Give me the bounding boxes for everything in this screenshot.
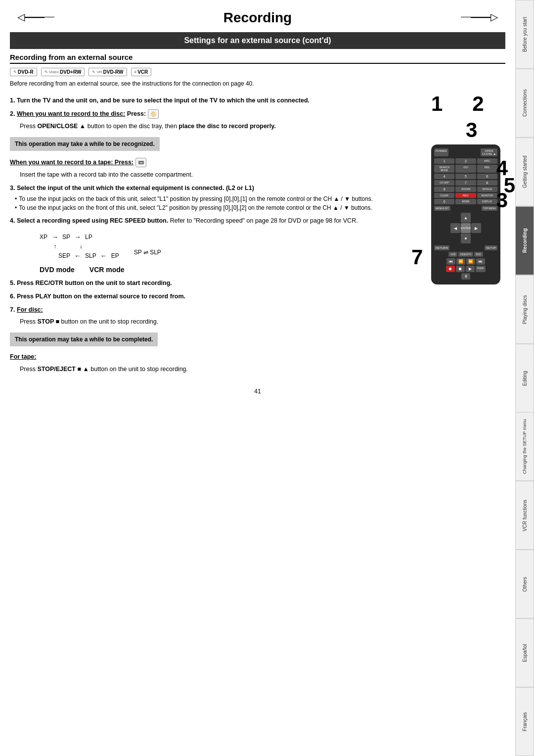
remote-btn-rew[interactable]: ⏪ [456, 258, 465, 265]
sidebar-tab-others[interactable]: Others [515, 550, 534, 618]
section-header: Settings for an external source (cont'd) [10, 32, 505, 49]
dpad-blank-tr [471, 213, 481, 223]
sidebar-tab-connections[interactable]: Connections [515, 69, 534, 138]
dpad-up[interactable]: ▲ [461, 213, 471, 223]
remote-illustration: POWER OPENCLOSE ▲ 1 2 ARC SEARCH MODE GO… [431, 144, 500, 284]
large-num-1: 1 [431, 92, 443, 116]
remote-power-btn[interactable]: POWER [434, 148, 448, 156]
dpad-left[interactable]: ◀ [450, 223, 460, 233]
sidebar-tab-before-you-start[interactable]: Before you start [515, 0, 534, 69]
dpad-blank-bl [450, 234, 460, 243]
disc-badges: ✎ DVD-R ✎ Video DVD+RW ✎ VR DVD-RW ≡ VCR [10, 68, 505, 76]
remote-btn-space[interactable]: SPACE [477, 187, 497, 192]
disc-badge-dvdr: ✎ DVD-R [10, 68, 37, 76]
step-5: 5. Press REC/OTR button on the unit to s… [10, 279, 421, 288]
speed-row-dvd: XP → SP → LP [40, 233, 421, 241]
remote-btn-display[interactable]: DISPLAY [477, 199, 497, 204]
sidebar-tab-changing-setup[interactable]: Changing the SETUP menu [515, 412, 534, 481]
remote-btn-vcr[interactable]: VCR [448, 252, 457, 257]
subsection-header: Recording from an external source [10, 53, 505, 64]
remote-btn-1[interactable]: 1 [434, 158, 454, 164]
step-4: 4. Select a recording speed using REC SP… [10, 216, 421, 226]
sidebar-tab-francais[interactable]: Français [515, 687, 534, 756]
step-2-sub: Press OPEN/CLOSE ▲ button to open the di… [20, 122, 421, 131]
sidebar-tab-getting-started[interactable]: Getting started [515, 138, 534, 206]
remote-btn-rec[interactable]: REC [455, 193, 476, 198]
remote-btn-monitor[interactable]: MONITOR [477, 193, 497, 198]
remote-btn-return[interactable]: RETURN [434, 245, 449, 250]
step-2: 2. When you want to record to the disc: … [10, 109, 421, 180]
tape-press-icon: 📼 [135, 158, 146, 167]
large-num-3b: 3 [496, 189, 508, 212]
bullet-l1: To use the input jacks on the back of th… [15, 194, 421, 203]
remote-btn-8[interactable]: 8 [477, 180, 497, 186]
dpad-enter[interactable]: ENTER [461, 223, 471, 233]
disc-press-icon: 📀 [148, 109, 159, 119]
remote-btn-7[interactable]: 7 [455, 180, 476, 186]
remote-btn-mode[interactable]: MODE [455, 199, 476, 204]
sidebar-tab-playing-discs[interactable]: Playing discs [515, 275, 534, 344]
remote-btn-play[interactable]: ▶ [466, 266, 475, 272]
remote-btn-9[interactable]: 9 [434, 187, 454, 192]
remote-btn-fwd[interactable]: FWD [476, 266, 486, 272]
remote-btn-arc[interactable]: ARC [477, 158, 497, 164]
bullet-l2: To use the input jacks on the front of t… [15, 203, 421, 212]
step-7-tape: Press STOP/EJECT ■ ▲ button on the unit … [20, 365, 421, 374]
main-content: ◁—— Recording ——▷ Settings for an extern… [0, 0, 515, 405]
sidebar-tab-editing[interactable]: Editing [515, 344, 534, 413]
remote-btn-clear[interactable]: CLEAR [434, 193, 454, 198]
speed-row-dvd2: SEP ← SLP ← EP [58, 252, 119, 260]
remote-btn-rec2[interactable]: ⏺ [446, 266, 455, 272]
remote-btn-del[interactable]: DEL [477, 165, 497, 173]
sidebar-tab-vcr-functions[interactable]: VCR functions [515, 481, 534, 550]
remote-open-close-btn[interactable]: OPENCLOSE ▲ [481, 148, 497, 156]
remote-btn-skip-back[interactable]: ⏮ [446, 258, 455, 265]
remote-btn-0[interactable]: 0 [434, 199, 454, 204]
page-container: Before you start Connections Getting sta… [0, 0, 534, 756]
remote-btn-menulist[interactable]: MENU/LIST [434, 206, 450, 211]
remote-btn-5[interactable]: 5 [455, 174, 476, 179]
step-7-disc: Press STOP ■ button on the unit to stop … [20, 317, 421, 327]
remote-btn-ff[interactable]: ⏩ [466, 258, 475, 265]
remote-btn-4[interactable]: 4 [434, 174, 454, 179]
dpad-blank-tl [450, 213, 460, 223]
remote-btn-6[interactable]: 6 [477, 174, 497, 179]
step-7-highlight: This operation may take a while to be co… [10, 330, 421, 349]
dpad-down[interactable]: ▼ [461, 234, 471, 243]
remote-btn-chskip[interactable]: CH SKP [434, 180, 454, 186]
step-7: 7. For disc: Press STOP ■ button on the … [10, 305, 421, 374]
step-1: 1. Turn the TV and the unit on, and be s… [10, 96, 421, 105]
remote-btn-skip-fwd[interactable]: ⏭ [476, 258, 485, 265]
vcr-mode-label: VCR mode [89, 266, 125, 274]
remote-btn-topmenu[interactable]: TOP MENU [482, 206, 497, 211]
disc-badge-dvdplusrw: ✎ Video DVD+RW [41, 68, 85, 76]
step-3-bullets: To use the input jacks on the back of th… [15, 194, 421, 212]
content-with-remote: 1. Turn the TV and the unit on, and be s… [10, 92, 505, 378]
sidebar-tab-recording[interactable]: Recording [515, 206, 534, 275]
step-2-highlight: This operation may take a while to be re… [10, 134, 421, 154]
remote-btn-dvd[interactable]: DVD [474, 252, 483, 257]
remote-btn-zoom[interactable]: ZOOM [455, 187, 476, 192]
large-num-3a: 3 [466, 118, 477, 142]
large-num-7: 7 [411, 245, 423, 269]
remote-btn-videotv[interactable]: VIDEO/TV [458, 252, 473, 257]
remote-btn-2[interactable]: 2 [455, 158, 476, 164]
remote-dpad: ▲ ◀ ENTER ▶ ▼ [450, 213, 481, 243]
dpad-right[interactable]: ▶ [471, 223, 481, 233]
remote-btn-search[interactable]: SEARCH MODE [434, 165, 454, 173]
left-instructions: 1. Turn the TV and the unit on, and be s… [10, 92, 421, 378]
disc-badge-vcr: ≡ VCR [131, 68, 152, 76]
remote-btn-pause[interactable]: ⏸ [461, 273, 470, 280]
page-title: Recording [223, 10, 292, 26]
right-remote-column: 1 2 3 POWER OPENCLOSE ▲ 1 2 [426, 92, 505, 378]
step-2-tape-sub: Insert the tape with a record tab into t… [20, 170, 421, 180]
step-3: 3. Select the input of the unit which th… [10, 184, 421, 213]
remote-btn-setup[interactable]: SETUP [485, 245, 497, 250]
remote-btn-stop[interactable]: ⏹ [456, 266, 465, 272]
sidebar-tab-espanol[interactable]: Español [515, 618, 534, 687]
speed-modes: DVD mode VCR mode [40, 266, 421, 274]
remote-btn-go[interactable]: GO [455, 165, 476, 173]
page-title-area: ◁—— Recording ——▷ [10, 5, 505, 28]
decorative-left: ◁—— [17, 11, 44, 23]
page-number: 41 [10, 388, 505, 395]
